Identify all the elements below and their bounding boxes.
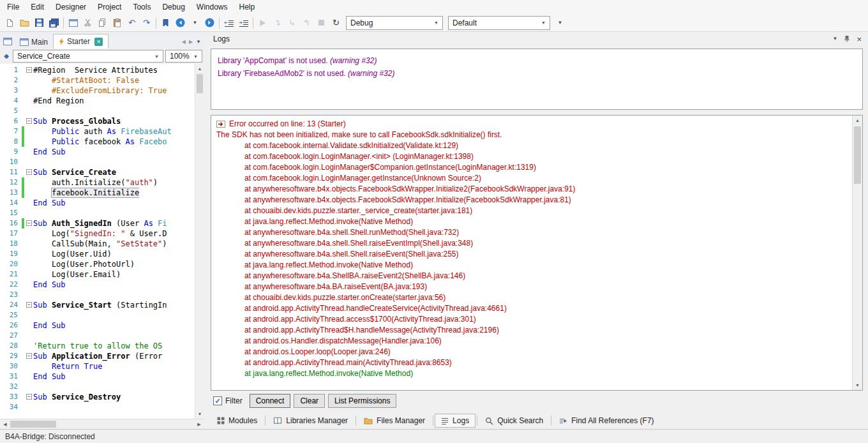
- fold-toggle-icon[interactable]: −: [26, 118, 32, 124]
- save-icon[interactable]: [32, 15, 47, 30]
- filter-checkbox[interactable]: ✓: [213, 396, 222, 405]
- code-line[interactable]: 18 CallSub(Main, "SetState"): [0, 239, 195, 249]
- menu-item-designer[interactable]: Designer: [50, 1, 92, 13]
- tab-starter[interactable]: Starter×: [53, 34, 108, 49]
- code-line[interactable]: 24−Sub Service_Start (StartingIn: [0, 300, 195, 310]
- editor-vertical-scrollbar[interactable]: ▲ ▼: [195, 64, 204, 419]
- code-line[interactable]: 9End Sub: [0, 147, 195, 157]
- zoom-dropdown[interactable]: 100% ▼: [165, 50, 202, 63]
- outdent-icon[interactable]: [221, 15, 236, 30]
- step-into-icon[interactable]: ↴: [270, 15, 285, 30]
- stop-icon[interactable]: [314, 15, 329, 30]
- toolbar-overflow-icon[interactable]: ▼: [553, 15, 567, 30]
- scroll-down-icon[interactable]: ▼: [195, 409, 204, 419]
- code-line[interactable]: 4#End Region: [0, 96, 195, 106]
- code-line[interactable]: 22End Sub: [0, 280, 195, 290]
- bottom-tab-libraries-manager[interactable]: Libraries Manager: [267, 414, 354, 428]
- step-over-icon[interactable]: ↳: [285, 15, 299, 30]
- editor-horizontal-scrollbar[interactable]: ◀ ▶: [0, 419, 204, 429]
- scrollbar-thumb[interactable]: [854, 126, 861, 184]
- save-all-icon[interactable]: [47, 15, 61, 30]
- new-icon[interactable]: [3, 15, 17, 30]
- code-line[interactable]: 34: [0, 402, 195, 412]
- code-line[interactable]: 7 Public auth As FirebaseAut: [0, 126, 195, 137]
- logs-window-menu-icon[interactable]: ▼: [832, 36, 837, 41]
- pin-icon[interactable]: [844, 35, 850, 43]
- rebuild-icon[interactable]: ↻: [329, 15, 343, 30]
- fold-toggle-icon[interactable]: −: [26, 220, 32, 226]
- code-line[interactable]: 14End Sub: [0, 198, 195, 208]
- code-line[interactable]: 5: [0, 106, 195, 116]
- fold-toggle-icon[interactable]: −: [26, 394, 32, 400]
- copy-icon[interactable]: [95, 15, 110, 30]
- code-line[interactable]: 30 Return True: [0, 361, 195, 372]
- cut-icon[interactable]: [80, 15, 95, 30]
- code-area[interactable]: 1−#Region Service Attributes2 #StartAtBo…: [0, 64, 204, 419]
- connect-button[interactable]: Connect: [250, 394, 291, 408]
- code-line[interactable]: 21 Log(User.Email): [0, 269, 195, 280]
- bottom-tab-modules[interactable]: Modules: [211, 414, 264, 428]
- undo-icon[interactable]: ↶: [124, 15, 139, 30]
- run-icon[interactable]: [255, 15, 270, 30]
- back-history-dropdown-icon[interactable]: ▼: [188, 15, 202, 30]
- log-vertical-scrollbar[interactable]: ▲ ▼: [852, 116, 862, 390]
- menu-item-edit[interactable]: Edit: [25, 1, 50, 13]
- tab-main[interactable]: Main: [15, 35, 53, 49]
- scroll-up-icon[interactable]: ▲: [853, 116, 862, 125]
- scroll-down-icon[interactable]: ▼: [853, 380, 862, 390]
- bookmark-icon[interactable]: [158, 15, 173, 30]
- fold-toggle-icon[interactable]: −: [26, 353, 32, 359]
- code-line[interactable]: 31End Sub: [0, 372, 195, 382]
- code-line[interactable]: 19 Log(User.Uid): [0, 249, 195, 259]
- bottom-tab-logs[interactable]: Logs: [435, 414, 475, 428]
- code-line[interactable]: 26End Sub: [0, 320, 195, 331]
- navigate-forward-icon[interactable]: [202, 15, 217, 30]
- fold-toggle-icon[interactable]: −: [26, 67, 32, 73]
- bottom-tab-files-manager[interactable]: Files Manager: [357, 414, 431, 428]
- list-permissions-button[interactable]: List Permissions: [328, 394, 396, 408]
- redo-icon[interactable]: ↷: [139, 15, 154, 30]
- step-out-icon[interactable]: ↰: [299, 15, 314, 30]
- code-line[interactable]: 27: [0, 331, 195, 341]
- code-line[interactable]: 28'Return true to allow the OS: [0, 341, 195, 351]
- menu-item-debug[interactable]: Debug: [156, 1, 190, 13]
- menu-item-tools[interactable]: Tools: [127, 1, 156, 13]
- bottom-tab-find-all-references[interactable]: Find All References (F7): [553, 414, 660, 428]
- code-line[interactable]: 13 facebook.Initialize: [0, 188, 195, 198]
- scroll-up-icon[interactable]: ▲: [195, 64, 204, 73]
- code-line[interactable]: 32: [0, 382, 195, 392]
- tab-scroll-left-icon[interactable]: ◀: [182, 40, 186, 45]
- tab-list-dropdown-icon[interactable]: ▼: [196, 40, 201, 45]
- menu-item-help[interactable]: Help: [234, 1, 261, 13]
- window-list-icon[interactable]: [3, 38, 12, 45]
- menu-item-windows[interactable]: Windows: [191, 1, 234, 13]
- fold-toggle-icon[interactable]: −: [26, 302, 32, 308]
- close-icon[interactable]: ×: [857, 35, 862, 43]
- code-line[interactable]: 33−Sub Service_Destroy: [0, 392, 195, 402]
- code-line[interactable]: 1−#Region Service Attributes: [0, 65, 195, 75]
- code-line[interactable]: 23: [0, 290, 195, 300]
- paste-icon[interactable]: [110, 15, 124, 30]
- fold-toggle-icon[interactable]: −: [26, 169, 32, 175]
- tab-scroll-right-icon[interactable]: ▶: [189, 40, 193, 45]
- sub-selector-dropdown[interactable]: Service_Create ▼: [13, 50, 163, 63]
- designer-icon[interactable]: [66, 15, 80, 30]
- build-config-dropdown[interactable]: Debug▼: [346, 16, 443, 30]
- scrollbar-thumb[interactable]: [197, 74, 203, 93]
- code-line[interactable]: 15: [0, 208, 195, 218]
- scroll-left-icon[interactable]: ◀: [0, 419, 10, 429]
- code-line[interactable]: 29−Sub Application_Error (Error: [0, 351, 195, 361]
- scroll-right-icon[interactable]: ▶: [194, 419, 204, 429]
- code-line[interactable]: 6−Sub Process_Globals: [0, 116, 195, 126]
- code-line[interactable]: 16−Sub Auth_SignedIn (User As Fi: [0, 218, 195, 229]
- code-line[interactable]: 25: [0, 310, 195, 320]
- indent-icon[interactable]: [236, 15, 251, 30]
- code-line[interactable]: 12 auth.Initialize("auth"): [0, 177, 195, 188]
- clear-button[interactable]: Clear: [294, 394, 325, 408]
- code-line[interactable]: 2 #StartAtBoot: False: [0, 75, 195, 86]
- menu-item-project[interactable]: Project: [92, 1, 127, 13]
- open-icon[interactable]: [17, 15, 32, 30]
- menu-item-file[interactable]: File: [1, 1, 25, 13]
- code-line[interactable]: 8 Public facebook As Facebo: [0, 137, 195, 147]
- code-line[interactable]: 3 #ExcludeFromLibrary: True: [0, 86, 195, 96]
